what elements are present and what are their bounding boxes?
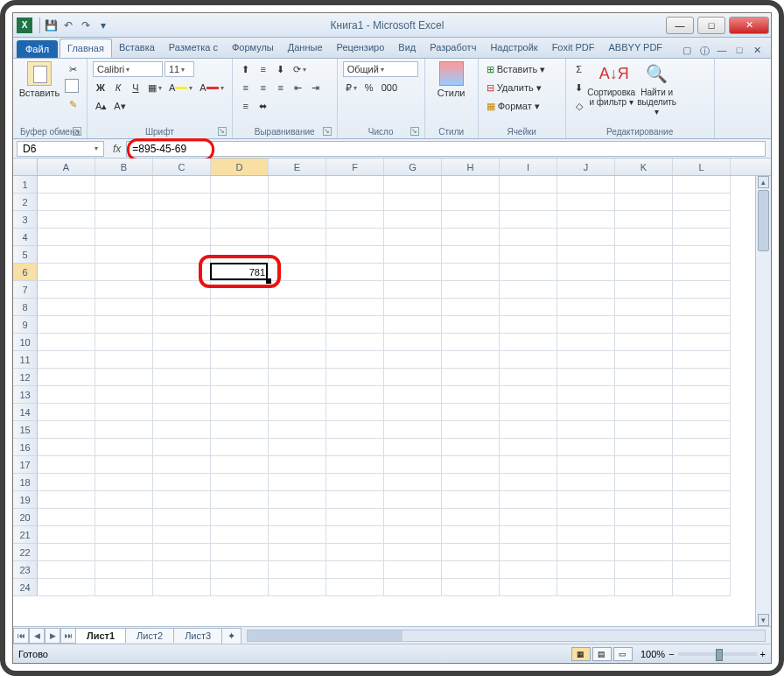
cell-G13[interactable] xyxy=(384,386,442,404)
cell-D22[interactable] xyxy=(211,544,269,561)
align-top-button[interactable]: ⬆ xyxy=(238,61,254,77)
row-header-3[interactable]: 3 xyxy=(13,211,38,229)
cell-K1[interactable] xyxy=(615,176,673,194)
format-cells-button[interactable]: ▦Формат ▾ xyxy=(484,98,549,114)
cell-F12[interactable] xyxy=(326,369,384,386)
cell-I15[interactable] xyxy=(500,421,557,439)
cell-F16[interactable] xyxy=(326,439,384,456)
cell-A6[interactable] xyxy=(38,264,95,281)
cell-K21[interactable] xyxy=(615,526,673,544)
cell-J10[interactable] xyxy=(557,334,615,351)
row-header-1[interactable]: 1 xyxy=(13,176,38,194)
cell-G16[interactable] xyxy=(384,439,442,456)
ribbon-tab-10[interactable]: ABBYY PDF xyxy=(602,39,670,58)
col-header-B[interactable]: B xyxy=(95,158,153,175)
cell-L16[interactable] xyxy=(673,439,731,456)
cell-K15[interactable] xyxy=(615,421,673,439)
cell-E16[interactable] xyxy=(269,439,326,456)
cell-B22[interactable] xyxy=(95,544,153,561)
cell-A24[interactable] xyxy=(38,579,95,596)
cell-C18[interactable] xyxy=(153,474,211,491)
font-size-select[interactable]: 11▾ xyxy=(164,61,194,77)
cell-I23[interactable] xyxy=(500,561,557,579)
ribbon-tab-2[interactable]: Разметка с xyxy=(162,39,225,58)
cell-A15[interactable] xyxy=(38,421,95,439)
cell-I22[interactable] xyxy=(500,544,557,561)
row-header-9[interactable]: 9 xyxy=(13,316,38,334)
comma-button[interactable]: 000 xyxy=(379,80,400,95)
cell-L15[interactable] xyxy=(673,421,731,439)
cell-B19[interactable] xyxy=(95,491,153,509)
cell-C14[interactable] xyxy=(153,404,211,421)
align-right-button[interactable]: ≡ xyxy=(273,80,289,95)
row-header-19[interactable]: 19 xyxy=(13,491,38,509)
cell-G18[interactable] xyxy=(384,474,442,491)
align-middle-button[interactable]: ≡ xyxy=(256,61,271,77)
cell-I11[interactable] xyxy=(500,351,557,369)
align-center-button[interactable]: ≡ xyxy=(256,80,271,95)
cell-J12[interactable] xyxy=(557,369,615,386)
cell-H12[interactable] xyxy=(442,369,500,386)
cell-B11[interactable] xyxy=(95,351,153,369)
copy-button[interactable] xyxy=(64,79,81,95)
undo-icon[interactable]: ↶ xyxy=(61,18,75,32)
cell-C6[interactable] xyxy=(153,264,211,281)
cell-A17[interactable] xyxy=(38,456,95,474)
cell-J17[interactable] xyxy=(557,456,615,474)
ribbon-tab-9[interactable]: Foxit PDF xyxy=(545,39,602,58)
cell-K9[interactable] xyxy=(615,316,673,334)
cell-G7[interactable] xyxy=(384,281,442,299)
cell-J5[interactable] xyxy=(557,246,615,264)
dialog-launcher-icon[interactable]: ↘ xyxy=(218,127,227,136)
cell-B15[interactable] xyxy=(95,421,153,439)
cell-J24[interactable] xyxy=(557,579,615,596)
cell-A18[interactable] xyxy=(38,474,95,491)
cell-L4[interactable] xyxy=(673,229,731,246)
cell-D3[interactable] xyxy=(211,211,269,229)
cell-G22[interactable] xyxy=(384,544,442,561)
cell-G21[interactable] xyxy=(384,526,442,544)
row-header-17[interactable]: 17 xyxy=(13,456,38,474)
cell-A19[interactable] xyxy=(38,491,95,509)
new-sheet-button[interactable]: ✦ xyxy=(221,628,242,644)
sheet-nav-next-icon[interactable]: ▶ xyxy=(45,628,60,644)
cell-C13[interactable] xyxy=(153,386,211,404)
cell-E9[interactable] xyxy=(269,316,326,334)
cell-H5[interactable] xyxy=(442,246,500,264)
cell-F24[interactable] xyxy=(326,579,384,596)
cell-J4[interactable] xyxy=(557,229,615,246)
cell-L6[interactable] xyxy=(673,264,731,281)
minimize-button[interactable]: — xyxy=(666,17,694,34)
font-color-button[interactable]: A▾ xyxy=(197,80,226,95)
cell-H4[interactable] xyxy=(442,229,500,246)
view-normal-button[interactable]: ▦ xyxy=(571,647,591,661)
cell-I12[interactable] xyxy=(500,369,557,386)
cell-E11[interactable] xyxy=(269,351,326,369)
cell-C3[interactable] xyxy=(153,211,211,229)
cell-H15[interactable] xyxy=(442,421,500,439)
row-header-16[interactable]: 16 xyxy=(13,439,38,456)
fx-icon[interactable]: fx xyxy=(113,143,121,155)
currency-button[interactable]: ₽▾ xyxy=(343,80,360,95)
cell-K5[interactable] xyxy=(615,246,673,264)
autosum-button[interactable]: Σ xyxy=(571,61,587,77)
cell-J9[interactable] xyxy=(557,316,615,334)
cell-F1[interactable] xyxy=(326,176,384,194)
cell-E3[interactable] xyxy=(269,211,326,229)
cell-B9[interactable] xyxy=(95,316,153,334)
cell-A13[interactable] xyxy=(38,386,95,404)
save-icon[interactable]: 💾 xyxy=(44,18,58,32)
cell-A10[interactable] xyxy=(38,334,95,351)
cell-L2[interactable] xyxy=(673,194,731,211)
scroll-down-icon[interactable]: ▾ xyxy=(758,614,769,626)
cell-C16[interactable] xyxy=(153,439,211,456)
cell-K22[interactable] xyxy=(615,544,673,561)
cell-A20[interactable] xyxy=(38,509,95,526)
cell-A22[interactable] xyxy=(38,544,95,561)
scroll-thumb[interactable] xyxy=(758,190,769,251)
dialog-launcher-icon[interactable]: ↘ xyxy=(73,127,81,136)
cell-D2[interactable] xyxy=(211,194,269,211)
cell-D15[interactable] xyxy=(211,421,269,439)
cell-I24[interactable] xyxy=(500,579,557,596)
cell-D7[interactable] xyxy=(211,281,269,299)
